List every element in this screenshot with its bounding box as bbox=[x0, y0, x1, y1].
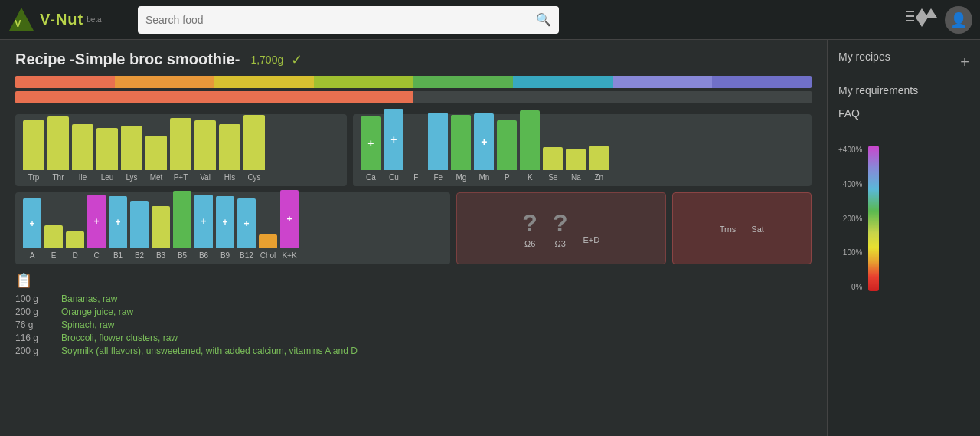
ingredient-name: Orange juice, raw bbox=[61, 307, 133, 317]
bar-group: D bbox=[66, 231, 84, 260]
scale-label-400: 400% bbox=[838, 180, 862, 188]
bar-label: Trp bbox=[28, 173, 40, 182]
ingredient-row: 200 gOrange juice, raw bbox=[15, 307, 812, 317]
bar-plus-icon: + bbox=[243, 218, 249, 229]
bar-group: K bbox=[520, 110, 540, 182]
bar bbox=[589, 146, 609, 170]
ingredient-amount: 100 g bbox=[15, 293, 61, 304]
bar bbox=[451, 115, 471, 170]
bar-group: +B12 bbox=[237, 198, 256, 260]
bar-group: B5 bbox=[173, 191, 191, 260]
ingredient-row: 100 gBananas, raw bbox=[15, 293, 812, 304]
bar: + bbox=[280, 190, 299, 248]
omega3-question: ? bbox=[553, 209, 568, 238]
search-button[interactable]: 🔍 bbox=[536, 12, 551, 27]
bar-group: Cys bbox=[243, 115, 265, 182]
sort-icon bbox=[906, 7, 937, 28]
sort-button[interactable] bbox=[906, 7, 937, 33]
search-icon: 🔍 bbox=[536, 13, 551, 26]
bar-label: Leu bbox=[101, 173, 114, 182]
bar-spacer bbox=[407, 109, 425, 170]
bar bbox=[428, 113, 448, 170]
bar-label: B6 bbox=[199, 251, 208, 260]
progress-seg bbox=[712, 76, 812, 88]
bar-group: Se bbox=[543, 147, 563, 182]
bar bbox=[543, 147, 563, 170]
add-recipe-button[interactable]: + bbox=[960, 54, 969, 71]
ingredient-amount: 76 g bbox=[15, 320, 61, 330]
bar-group: Ile bbox=[72, 124, 93, 182]
bar bbox=[96, 128, 118, 170]
vitamins-chart: +AED+C+B1B2B3B5+B6+B9+B12Chol+K+K bbox=[15, 192, 450, 264]
search-input[interactable] bbox=[145, 14, 536, 26]
trans-label: Trns bbox=[720, 225, 737, 234]
bar-group: +C bbox=[87, 195, 106, 260]
progress-seg bbox=[612, 76, 712, 88]
progress-seg-bottom bbox=[413, 91, 812, 103]
scale-label-200: 200% bbox=[838, 215, 862, 223]
omega6-question: ? bbox=[522, 209, 537, 238]
bar-label: E bbox=[51, 251, 57, 260]
svg-text:V: V bbox=[15, 18, 21, 29]
bar-group: P+T bbox=[170, 118, 191, 182]
bar bbox=[497, 120, 517, 170]
bar bbox=[47, 116, 69, 170]
scale-label-400plus: +400% bbox=[838, 146, 862, 154]
sat-chart: Trns Sat bbox=[672, 192, 812, 264]
logo-beta: beta bbox=[87, 15, 101, 24]
bar-label: P+T bbox=[174, 173, 188, 182]
bar-group: His bbox=[219, 124, 240, 182]
recipe-weight: 1,700g bbox=[250, 54, 283, 66]
bar-plus-icon: + bbox=[390, 133, 397, 146]
bar-label: Na bbox=[571, 173, 581, 182]
bar-label: B1 bbox=[113, 251, 122, 260]
gradient-bar bbox=[868, 146, 879, 291]
ingredient-amount: 116 g bbox=[15, 333, 61, 343]
bar-label: Mg bbox=[456, 173, 466, 182]
bar-label: F bbox=[413, 173, 418, 182]
search-container[interactable]: 🔍 bbox=[138, 6, 559, 34]
faq-link[interactable]: FAQ bbox=[838, 107, 969, 120]
header: V V-Nut beta 🔍 👤 bbox=[0, 0, 980, 40]
bar-label: B2 bbox=[135, 251, 144, 260]
bar-group: +A bbox=[23, 198, 41, 260]
bar-label: Chol bbox=[260, 251, 276, 260]
bar-group: +B9 bbox=[216, 196, 234, 260]
bar-group: Val bbox=[194, 120, 216, 182]
ingredient-row: 116 gBroccoli, flower clusters, raw bbox=[15, 333, 812, 343]
bar-group: +Ca bbox=[361, 116, 381, 182]
bar bbox=[23, 120, 44, 170]
bar-label: C bbox=[93, 251, 99, 260]
bar-plus-icon: + bbox=[286, 214, 292, 225]
omega-chart: ? Ω6 ? Ω3 E+D bbox=[456, 192, 666, 264]
recipe-check-icon[interactable]: ✓ bbox=[291, 51, 302, 68]
trans-item: Trns bbox=[720, 223, 737, 234]
my-recipes-link[interactable]: My recipes bbox=[838, 51, 890, 63]
bar-label: Lys bbox=[126, 173, 137, 182]
bar-group: P bbox=[497, 120, 517, 182]
user-avatar[interactable]: 👤 bbox=[945, 6, 972, 34]
sidebar-top-row: My recipes + bbox=[838, 51, 969, 74]
progress-seg bbox=[15, 76, 115, 88]
my-requirements-link[interactable]: My requirements bbox=[838, 84, 969, 97]
bar: + bbox=[361, 116, 381, 170]
bar bbox=[152, 206, 170, 248]
bar bbox=[130, 201, 149, 248]
bar-group: Met bbox=[145, 136, 167, 182]
bar-label: B12 bbox=[240, 251, 253, 260]
user-icon: 👤 bbox=[950, 11, 967, 28]
bar-label: A bbox=[30, 251, 35, 260]
ingredients-section: 📋 100 gBananas, raw200 gOrange juice, ra… bbox=[15, 272, 812, 356]
sat-item: Sat bbox=[751, 223, 764, 234]
bar-group: Chol bbox=[259, 234, 277, 260]
bar-plus-icon: + bbox=[93, 216, 99, 227]
bar-label: Ca bbox=[366, 173, 376, 182]
ingredient-name: Broccoli, flower clusters, raw bbox=[61, 333, 178, 343]
bar: + bbox=[87, 195, 106, 248]
scale-label-100: 100% bbox=[838, 248, 862, 257]
bar-label: K+K bbox=[282, 251, 296, 260]
bar-group: Trp bbox=[23, 120, 44, 182]
bar-group: +B1 bbox=[109, 196, 127, 260]
bar-group: +Mn bbox=[474, 113, 494, 182]
ingredient-name: Bananas, raw bbox=[61, 293, 117, 304]
